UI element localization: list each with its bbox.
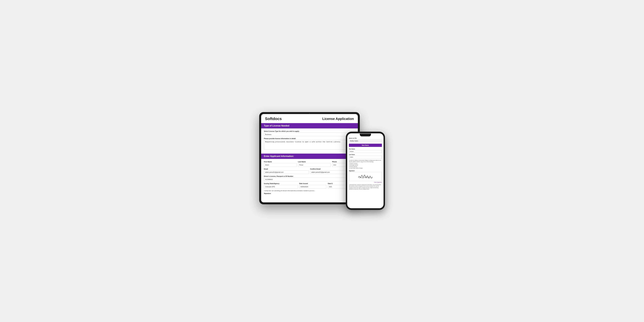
first-name-input[interactable] bbox=[264, 163, 297, 167]
phone-content: Name on File Bobby Gates New Name First … bbox=[347, 133, 384, 208]
id-label: Driver's License, Passport or ID Number bbox=[264, 176, 355, 177]
phone-first-name-input[interactable] bbox=[349, 150, 382, 153]
section2-header: Enter Applicant Information: bbox=[261, 154, 358, 159]
phone-info-text: In order for Softdocs Community College … bbox=[349, 160, 382, 169]
date-issued-field: Date Issued bbox=[299, 183, 326, 190]
new-name-button[interactable]: New Name bbox=[349, 144, 382, 147]
issuing-label: Issuing State/Agency bbox=[264, 183, 298, 184]
tablet-content: Type of License Needed Select License Ty… bbox=[261, 123, 358, 202]
email-field: Email bbox=[264, 168, 309, 176]
tablet-header: Softdocs License Application bbox=[261, 114, 358, 123]
name-phone-row: First Name Last Name Phone bbox=[264, 161, 355, 168]
email-label: Email bbox=[264, 168, 309, 170]
issuing-input[interactable] bbox=[264, 185, 298, 188]
issuing-row: Issuing State/Agency Date Issued Date E bbox=[264, 183, 355, 190]
tablet-camera bbox=[309, 113, 310, 114]
email-row: Email Confirm Email bbox=[264, 168, 355, 176]
license-type-label: Select License Type for which you wish t… bbox=[264, 130, 355, 132]
email-input[interactable] bbox=[264, 170, 309, 174]
last-name-label: Last Name bbox=[298, 161, 331, 162]
phone-disclaimer: I understand that, except for employment… bbox=[349, 184, 382, 190]
certify-text: I certify that I am submitting all relev… bbox=[264, 190, 355, 192]
section2-form: First Name Last Name Phone bbox=[261, 159, 358, 197]
license-detail-textarea[interactable]: Requesting provisional business license … bbox=[264, 140, 355, 150]
phone-notch bbox=[360, 134, 371, 136]
first-name-label: First Name bbox=[264, 161, 297, 162]
section1-header: Type of License Needed bbox=[261, 123, 358, 128]
softdocs-logo: Softdocs bbox=[265, 116, 282, 121]
date-issued-input[interactable] bbox=[299, 185, 326, 188]
license-detail-label: Please provide license information in de… bbox=[264, 138, 355, 139]
id-input[interactable] bbox=[264, 178, 355, 181]
app-title: License Application bbox=[322, 117, 354, 121]
date-issued-label: Date Issued bbox=[299, 183, 326, 184]
phone-device: Name on File Bobby Gates New Name First … bbox=[346, 132, 385, 210]
signature-label: Signature bbox=[264, 192, 355, 194]
last-name-field: Last Name bbox=[298, 161, 331, 168]
first-name-field: First Name bbox=[264, 161, 297, 168]
phone-signature-box[interactable] bbox=[349, 172, 382, 181]
name-on-file-value: Bobby Gates bbox=[349, 139, 382, 142]
issuing-field: Issuing State/Agency bbox=[264, 183, 298, 190]
name-on-file-label: Name on File bbox=[349, 138, 382, 139]
section1-form: Select License Type for which you wish t… bbox=[261, 128, 358, 154]
phone-last-name-input[interactable] bbox=[349, 156, 382, 158]
phone-last-name-label: Last Name bbox=[349, 154, 382, 155]
license-type-select[interactable]: Business bbox=[264, 133, 355, 136]
tablet-screen: Softdocs License Application Type of Lic… bbox=[261, 114, 358, 202]
tablet-device: Softdocs License Application Type of Lic… bbox=[259, 112, 360, 204]
phone-signature-label: Signature bbox=[349, 170, 382, 172]
signature-svg bbox=[357, 173, 374, 180]
logo-text: Softdocs bbox=[265, 116, 282, 121]
phone-screen: Name on File Bobby Gates New Name First … bbox=[347, 133, 384, 208]
scene: Softdocs License Application Type of Lic… bbox=[259, 112, 385, 210]
last-name-input[interactable] bbox=[298, 163, 331, 167]
clear-signature-button[interactable]: Clear Signature bbox=[349, 182, 382, 183]
phone-first-name-label: First Name bbox=[349, 148, 382, 150]
